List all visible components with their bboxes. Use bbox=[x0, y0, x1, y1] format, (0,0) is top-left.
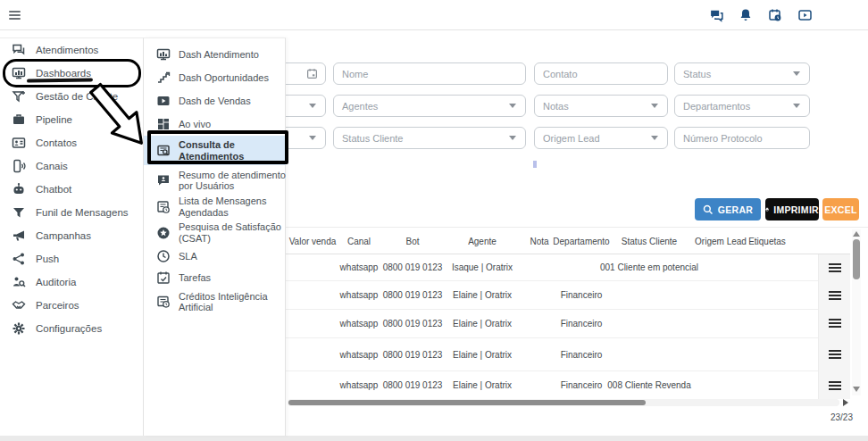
sidebar-item-contatos[interactable]: Contatos bbox=[0, 131, 143, 154]
sidebar-item-funil-de-mensagens[interactable]: Funil de Mensagens bbox=[0, 201, 143, 224]
submenu-item-sla[interactable]: SLA bbox=[144, 245, 286, 267]
star-circle-icon bbox=[155, 225, 171, 240]
table-row: whatsapp 0800 019 0123 Isaque | Oratrix … bbox=[286, 254, 818, 280]
scroll-right-icon[interactable] bbox=[843, 399, 848, 406]
numero-protocolo-field[interactable] bbox=[674, 127, 810, 149]
scroll-up-icon[interactable] bbox=[853, 231, 860, 237]
status-cliente-dropdown[interactable]: Status Cliente bbox=[333, 127, 526, 149]
filter-plus-icon bbox=[11, 89, 26, 104]
excel-button[interactable]: EXCEL bbox=[822, 198, 859, 220]
table-row: whatsapp 0800 019 0123 Elaine | Oratrix … bbox=[286, 371, 818, 399]
horizontal-scrollbar[interactable] bbox=[288, 399, 839, 406]
robot-icon bbox=[11, 182, 26, 197]
nome-field[interactable] bbox=[333, 62, 526, 85]
sidebar-item-auditoria[interactable]: Auditoria bbox=[0, 270, 143, 294]
sidebar: Atendimentos Dashboards Gestão de Client… bbox=[0, 37, 144, 436]
calendar-clock-icon[interactable] bbox=[767, 7, 783, 23]
dashboards-submenu: Dash Atendimento Dash Oportunidades Dash… bbox=[144, 37, 286, 436]
chevron-down-icon bbox=[509, 136, 516, 140]
sidebar-item-atendimentos[interactable]: Atendimentos bbox=[0, 38, 143, 62]
chevron-down-icon bbox=[509, 104, 516, 108]
sidebar-item-dashboards[interactable]: Dashboards bbox=[0, 62, 143, 85]
steps-chart-icon bbox=[155, 71, 171, 86]
record-count: 23/23 bbox=[786, 412, 853, 422]
share-nodes-icon bbox=[11, 252, 26, 267]
notifications-bell-icon[interactable] bbox=[738, 7, 754, 23]
row-menu-icon[interactable] bbox=[829, 263, 841, 272]
vertical-scrollbar-thumb[interactable] bbox=[853, 239, 860, 279]
table-row: whatsapp 0800 019 0123 Elaine | Oratrix … bbox=[286, 338, 818, 370]
calendar-check-icon bbox=[155, 270, 171, 286]
imprimir-button[interactable]: IMPRIMIR bbox=[765, 198, 819, 220]
chevron-down-icon bbox=[793, 104, 800, 108]
row-menu-icon[interactable] bbox=[829, 319, 841, 328]
consulta-atendimentos-screen: Status Agentes Notas Departamentos Statu… bbox=[0, 0, 868, 441]
row-menu-icon[interactable] bbox=[829, 350, 841, 359]
chevron-down-icon bbox=[651, 104, 658, 108]
col-status-cliente: Status Cliente bbox=[596, 229, 703, 254]
scroll-down-icon[interactable] bbox=[853, 387, 860, 392]
document-search-icon bbox=[155, 143, 171, 158]
row-menu-icon[interactable] bbox=[829, 381, 841, 390]
monitor-chart-icon bbox=[155, 47, 171, 62]
clock-icon bbox=[155, 249, 171, 264]
submenu-item-dash-atendimento[interactable]: Dash Atendimento bbox=[144, 43, 286, 66]
nome-input[interactable] bbox=[334, 63, 525, 84]
small-blue-mark bbox=[533, 161, 537, 168]
submenu-item-consulta-de-atendimentos[interactable]: Consulta de Atendimentos bbox=[144, 136, 286, 165]
live-grid-icon bbox=[155, 117, 171, 132]
table-row: whatsapp 0800 019 0123 Elaine | Oratrix … bbox=[286, 281, 818, 309]
sidebar-item-pipeline[interactable]: Pipeline bbox=[0, 108, 143, 131]
monitor-play-icon bbox=[155, 94, 171, 109]
search-icon bbox=[703, 204, 714, 215]
comment-user-icon bbox=[155, 173, 171, 188]
col-valor-venda: Valor venda bbox=[286, 229, 339, 254]
submenu-item-creditos-inteligencia-artificial[interactable]: Créditos Inteligência Artificial bbox=[144, 288, 286, 315]
submenu-item-lista-mensagens-agendadas[interactable]: Lista de Mensagens Agendadas bbox=[144, 194, 286, 220]
submenu-item-dash-de-vendas[interactable]: Dash de Vendas bbox=[144, 89, 286, 112]
video-tutorials-icon[interactable] bbox=[797, 7, 813, 23]
row-actions-column bbox=[818, 254, 850, 399]
printer-icon bbox=[765, 204, 769, 214]
submenu-item-pesquisa-satisfacao-csat[interactable]: Pesquisa de Satisfação (CSAT) bbox=[144, 220, 286, 245]
submenu-item-dash-oportunidades[interactable]: Dash Oportunidades bbox=[144, 66, 286, 89]
row-menu-icon[interactable] bbox=[829, 291, 841, 300]
sidebar-item-push[interactable]: Push bbox=[0, 247, 143, 270]
vertical-scrollbar[interactable] bbox=[852, 229, 861, 395]
sidebar-item-canais[interactable]: Canais bbox=[0, 154, 143, 178]
sidebar-item-chatbot[interactable]: Chatbot bbox=[0, 178, 143, 201]
notas-dropdown[interactable]: Notas bbox=[534, 95, 668, 117]
agentes-dropdown[interactable]: Agentes bbox=[333, 95, 526, 117]
horizontal-scrollbar-thumb[interactable] bbox=[288, 400, 646, 405]
megaphone-icon bbox=[11, 229, 26, 244]
dashboard-monitor-icon bbox=[11, 66, 26, 81]
col-agente: Agente bbox=[438, 229, 527, 254]
table-header: Valor venda Canal Bot Agente Nota Depart… bbox=[286, 229, 818, 254]
submenu-item-tarefas[interactable]: Tarefas bbox=[144, 267, 286, 288]
messages-icon[interactable] bbox=[708, 7, 724, 23]
menu-toggle-icon[interactable] bbox=[9, 11, 21, 20]
submenu-item-ao-vivo[interactable]: Ao vivo bbox=[144, 112, 286, 136]
departamentos-dropdown[interactable]: Departamentos bbox=[674, 95, 810, 117]
submenu-item-resumo-atendimento-usuarios[interactable]: Resumo de atendimento por Usuários bbox=[144, 167, 286, 194]
calendar-icon bbox=[306, 68, 318, 79]
contato-input[interactable] bbox=[535, 63, 667, 84]
bottom-strip bbox=[0, 436, 868, 441]
sidebar-item-parceiros[interactable]: Parceiros bbox=[0, 294, 143, 317]
briefcase-icon bbox=[11, 112, 26, 128]
sidebar-item-campanhas[interactable]: Campanhas bbox=[0, 224, 143, 247]
sidebar-item-configuracoes[interactable]: Configurações bbox=[0, 317, 143, 340]
status-dropdown[interactable]: Status bbox=[674, 62, 810, 85]
table-row: whatsapp 0800 019 0123 Elaine | Oratrix … bbox=[286, 310, 818, 337]
origem-lead-dropdown[interactable]: Origem Lead bbox=[534, 127, 668, 149]
chevron-down-icon bbox=[309, 136, 316, 140]
topbar bbox=[0, 0, 868, 30]
chevron-down-icon bbox=[651, 136, 658, 140]
gear-icon bbox=[11, 321, 26, 337]
funnel-icon bbox=[11, 205, 26, 220]
sidebar-item-gestao-de-cliente[interactable]: Gestão de Cliente bbox=[0, 85, 143, 108]
gerar-button[interactable]: GERAR bbox=[695, 198, 761, 220]
chevron-down-icon bbox=[309, 104, 316, 108]
contato-field[interactable] bbox=[534, 62, 668, 85]
numero-protocolo-input[interactable] bbox=[675, 128, 809, 148]
